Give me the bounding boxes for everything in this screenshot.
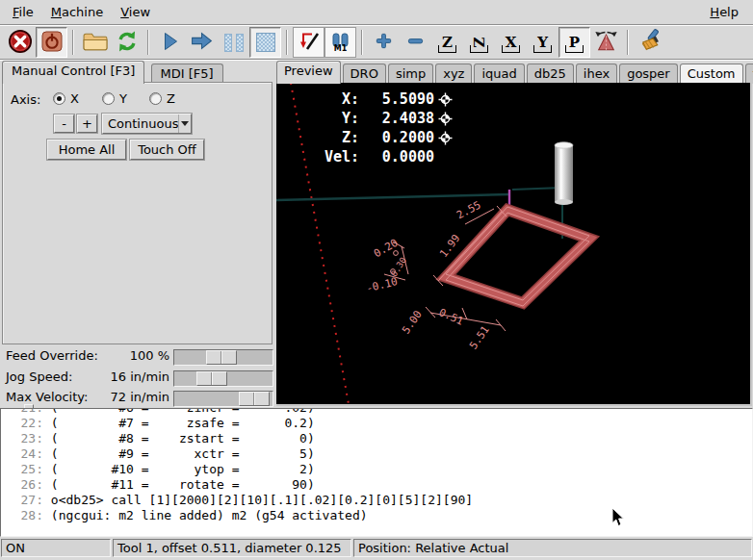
tab-gosper[interactable]: gosper (619, 64, 678, 84)
view-z-icon: Z (442, 36, 453, 49)
estop-button[interactable] (4, 27, 36, 58)
menu-machine[interactable]: Machine (42, 2, 112, 22)
optional-pause-toggle[interactable]: M1 (325, 27, 356, 58)
dro-y-value: 2.4038 (359, 110, 434, 127)
axis-radio-y[interactable]: Y (102, 91, 127, 106)
feed-override-row: Feed Override: 100 % (0, 348, 273, 366)
tab-custom[interactable]: Custom (680, 64, 743, 84)
stop-button[interactable] (249, 27, 281, 58)
axis-radio-x[interactable]: X (53, 91, 79, 106)
view-perspective-button[interactable]: P (558, 27, 590, 58)
status-bar: ON Tool 1, offset 0.511, diameter 0.125 … (0, 538, 753, 560)
view-z-rotated-icon: Z (474, 36, 484, 49)
home-all-button[interactable]: Home All (47, 140, 126, 160)
touch-off-button[interactable]: Touch Off (130, 140, 204, 160)
tab-preview[interactable]: Preview (276, 61, 341, 84)
rotate-view-button[interactable] (590, 27, 622, 58)
max-velocity-label: Max Velocity: (6, 390, 88, 404)
m1-label: M1 (334, 45, 348, 53)
tab-ihex[interactable]: ihex (576, 64, 617, 84)
view-x-button[interactable]: X (495, 27, 527, 58)
gcode-listing[interactable]: 21: ( #6 = zincr = .02) 22: ( #7 = zsafe… (0, 408, 753, 537)
dro-y-label: Y: (303, 110, 359, 127)
jog-plus-button[interactable]: + (77, 115, 97, 133)
radio-indicator (149, 92, 162, 105)
dro-x-row: X: 5.5090 (303, 90, 453, 108)
control-tabs: Manual Control [F3] MDI [F5] (2, 61, 274, 82)
gcode-line[interactable]: 27: o<db25> call [1][2000][2][10][.1][.0… (1, 493, 752, 508)
step-arrow-icon (190, 31, 214, 54)
skip-lines-toggle[interactable] (293, 27, 325, 58)
tab-ttt[interactable]: ttt (745, 64, 753, 84)
open-folder-icon (82, 30, 108, 55)
radio-indicator (102, 92, 115, 105)
feed-override-slider[interactable] (173, 349, 273, 366)
homed-icon (438, 131, 453, 145)
rotate-cone-icon (593, 29, 619, 56)
view-z-rotated-button[interactable]: Z (463, 27, 495, 58)
feed-override-value: 100 % (83, 348, 169, 363)
power-icon (41, 31, 63, 55)
pause-icon (224, 34, 244, 52)
zoom-out-button[interactable] (400, 27, 431, 58)
jog-minus-button[interactable]: - (54, 115, 74, 133)
gcode-line[interactable]: 21: ( #6 = zincr = .02) (1, 408, 752, 416)
view-y-button[interactable]: Y (527, 27, 558, 58)
dro-x-value: 5.5090 (359, 90, 434, 108)
jog-speed-value: 16 in/min (83, 369, 169, 384)
menu-file[interactable]: File (4, 2, 42, 22)
max-velocity-slider[interactable] (173, 391, 273, 407)
tab-iquad[interactable]: iquad (474, 64, 524, 84)
zoom-in-icon (375, 32, 393, 53)
run-program-button[interactable] (154, 27, 186, 58)
tab-mdi[interactable]: MDI [F5] (151, 64, 223, 84)
gcode-line[interactable]: 26: ( #11 = rotate = 90) (1, 477, 752, 493)
step-button[interactable] (186, 27, 218, 58)
toolbar-separator (361, 30, 363, 55)
toolbar: M1 Z Z X Y P (0, 26, 753, 60)
tab-manual-control[interactable]: Manual Control [F3] (2, 61, 144, 84)
jog-speed-slider[interactable] (173, 370, 273, 387)
slider-handle[interactable] (196, 371, 227, 386)
dro-vel-value: 0.0000 (359, 148, 434, 165)
dro-z-row: Z: 0.2000 (303, 129, 453, 146)
jog-mode-dropdown[interactable]: Continuous (102, 114, 192, 134)
tab-db25[interactable]: db25 (527, 64, 574, 84)
gcode-line[interactable]: 22: ( #7 = zsafe = 0.2) (1, 416, 752, 431)
zoom-in-button[interactable] (368, 27, 400, 58)
menu-view[interactable]: View (112, 2, 159, 22)
machine-state-status: ON (1, 539, 111, 557)
gcode-line[interactable]: 23: ( #8 = zstart = 0) (1, 431, 752, 446)
slider-handle[interactable] (239, 392, 270, 406)
tab-xyz[interactable]: xyz (435, 64, 472, 84)
toolbar-separator (147, 30, 149, 55)
axis-radio-z[interactable]: Z (149, 91, 175, 106)
gcode-line[interactable]: 24: ( #9 = xctr = 5) (1, 446, 752, 462)
position-mode-status: Position: Relative Actual (353, 539, 752, 557)
radio-indicator (53, 92, 65, 105)
menu-help[interactable]: Help (701, 2, 747, 22)
machine-power-button[interactable] (36, 27, 67, 58)
dro-y-row: Y: 2.4038 (303, 110, 453, 127)
preview-canvas[interactable]: X: 5.5090 Y: 2.4038 Z: 0.2000 Vel: 0.000… (276, 83, 752, 406)
stop-icon (256, 33, 275, 52)
estop-icon (8, 29, 33, 57)
view-y-icon: Y (537, 36, 548, 49)
pause-button[interactable] (218, 27, 249, 58)
zoom-out-icon (406, 32, 425, 53)
tab-dro[interactable]: DRO (343, 64, 386, 84)
tab-simp[interactable]: simp (388, 64, 433, 84)
open-file-button[interactable] (79, 27, 111, 58)
gcode-line[interactable]: 28: (ngcgui: m2 line added) m2 (g54 acti… (1, 508, 752, 523)
menu-bar: File Machine View Help (0, 0, 753, 25)
reload-file-button[interactable] (111, 27, 143, 58)
slider-handle[interactable] (206, 350, 237, 365)
view-x-icon: X (506, 36, 517, 49)
gcode-line[interactable]: 25: ( #10 = ytop = 2) (1, 462, 752, 477)
dro-vel-row: Vel: 0.0000 (303, 148, 434, 165)
toolbar-separator (72, 30, 74, 55)
view-z-button[interactable]: Z (431, 27, 463, 58)
preview-tabs: PreviewDROsimpxyziquaddb25ihexgosperCust… (276, 61, 752, 82)
dro-vel-label: Vel: (303, 148, 359, 165)
clear-plot-button[interactable] (634, 27, 665, 58)
